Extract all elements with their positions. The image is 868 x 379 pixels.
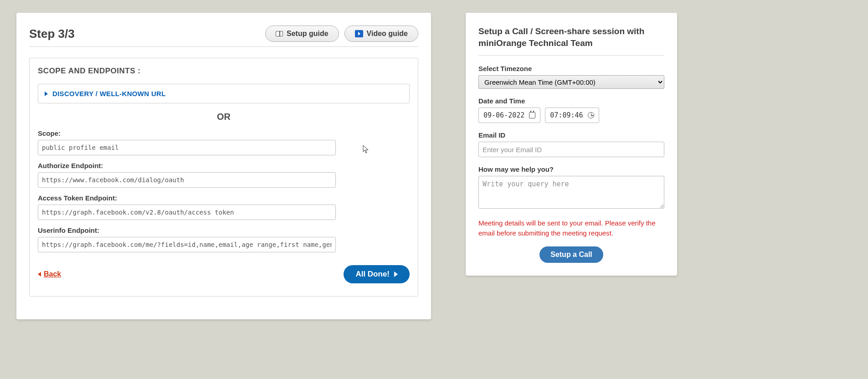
email-label: Email ID [478, 131, 664, 139]
step-title: Step 3/3 [29, 27, 75, 41]
token-input[interactable] [38, 205, 336, 220]
authorize-input[interactable] [38, 172, 336, 188]
help-textarea[interactable] [478, 176, 664, 209]
chevron-left-icon [38, 272, 41, 277]
timezone-block: Select Timezone Greenwich Mean Time (GMT… [478, 65, 664, 89]
accordion-label: DISCOVERY / WELL-KNOWN URL [52, 90, 166, 97]
email-input[interactable] [478, 142, 664, 157]
meeting-notice: Meeting details will be sent to your ema… [478, 218, 664, 238]
token-label: Access Token Endpoint: [38, 194, 410, 202]
clock-icon [588, 112, 594, 118]
header-buttons: Setup guide Video guide [265, 26, 418, 42]
timezone-select[interactable]: Greenwich Mean Time (GMT+00:00) [478, 75, 664, 89]
scope-endpoints-panel: SCOPE AND ENDPOINTS : DISCOVERY / WELL-K… [29, 58, 418, 297]
setup-call-card: Setup a Call / Screen-share session with… [466, 13, 677, 276]
panel-footer: Back All Done! [38, 265, 410, 283]
all-done-button[interactable]: All Done! [344, 265, 410, 283]
datetime-block: Date and Time 09-06-2022 07:09:46 [478, 97, 664, 123]
video-guide-button[interactable]: Video guide [344, 26, 418, 42]
play-icon [355, 30, 363, 37]
chevron-right-icon [394, 271, 398, 277]
datetime-label: Date and Time [478, 97, 664, 105]
time-value: 07:09:46 [550, 111, 583, 119]
setup-guide-button[interactable]: Setup guide [265, 26, 339, 42]
main-config-card: Step 3/3 Setup guide Video guide SCOPE A… [16, 13, 431, 319]
userinfo-label: Userinfo Endpoint: [38, 226, 410, 234]
date-input[interactable]: 09-06-2022 [478, 108, 540, 123]
chevron-right-icon [45, 92, 48, 96]
scope-field: Scope: [38, 129, 410, 155]
side-title: Setup a Call / Screen-share session with… [478, 26, 664, 56]
time-input[interactable]: 07:09:46 [545, 108, 599, 123]
authorize-label: Authorize Endpoint: [38, 162, 410, 169]
help-label: How may we help you? [478, 165, 664, 173]
or-separator: OR [38, 112, 410, 122]
date-value: 09-06-2022 [483, 111, 524, 119]
userinfo-input[interactable] [38, 237, 336, 252]
setup-call-button[interactable]: Setup a Call [539, 246, 603, 263]
calendar-icon [529, 112, 535, 118]
main-header: Step 3/3 Setup guide Video guide [29, 26, 418, 47]
scope-input[interactable] [38, 140, 336, 155]
book-icon [276, 31, 283, 36]
discovery-url-accordion[interactable]: DISCOVERY / WELL-KNOWN URL [38, 84, 410, 103]
token-field: Access Token Endpoint: [38, 194, 410, 220]
all-done-label: All Done! [355, 270, 390, 279]
help-block: How may we help you? [478, 165, 664, 210]
userinfo-field: Userinfo Endpoint: [38, 226, 410, 252]
video-guide-label: Video guide [367, 30, 408, 38]
section-title: SCOPE AND ENDPOINTS : [38, 67, 410, 76]
email-block: Email ID [478, 131, 664, 157]
setup-guide-label: Setup guide [287, 30, 329, 38]
back-label: Back [44, 270, 61, 278]
timezone-label: Select Timezone [478, 65, 664, 72]
scope-label: Scope: [38, 129, 410, 137]
back-link[interactable]: Back [38, 270, 61, 278]
authorize-field: Authorize Endpoint: [38, 162, 410, 188]
